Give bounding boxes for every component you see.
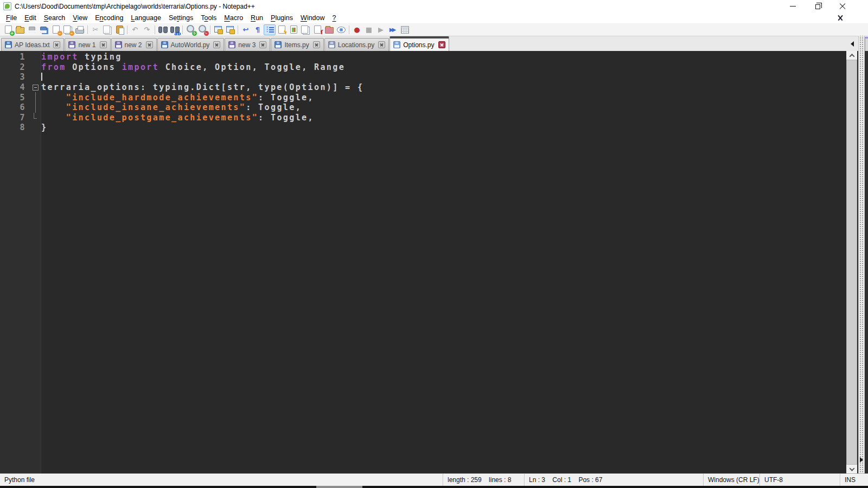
- macro-run-multiple-button[interactable]: ▶▶: [387, 24, 399, 35]
- code-text: "include_postgame_achievements": Toggle,: [41, 113, 314, 123]
- fold-collapse-button[interactable]: [33, 85, 39, 91]
- document-list-button[interactable]: ſ: [311, 24, 323, 35]
- close-all-documents-button[interactable]: –: [62, 24, 74, 35]
- show-all-characters-button[interactable]: ¶: [252, 24, 264, 35]
- menu-search[interactable]: Search: [40, 13, 69, 23]
- menu-encoding[interactable]: Encoding: [91, 13, 127, 23]
- code-line[interactable]: 1import typing: [0, 52, 868, 62]
- open-file-button[interactable]: [14, 24, 26, 35]
- new-file-button[interactable]: +: [2, 24, 14, 35]
- find-button[interactable]: [157, 24, 169, 35]
- tab-locations-py[interactable]: Locations.py: [324, 38, 389, 51]
- window-title: C:\Users\Dood\Documents\tmp\Archipelago\…: [15, 3, 255, 10]
- save-file-button[interactable]: [26, 24, 38, 35]
- toolbar-separator: [182, 25, 183, 34]
- restore-button[interactable]: [805, 0, 830, 12]
- tab-close-icon[interactable]: [53, 41, 60, 48]
- tab-ap-ideas-txt[interactable]: AP Ideas.txt: [1, 38, 64, 51]
- show-indent-guide-button[interactable]: [264, 24, 276, 35]
- redo-button[interactable]: ↷: [141, 24, 153, 35]
- menu-settings[interactable]: Settings: [165, 13, 197, 23]
- macro-stop-button[interactable]: ■: [363, 24, 375, 35]
- code-text: [41, 72, 42, 82]
- macro-record-button[interactable]: ●: [351, 24, 363, 35]
- copy-button[interactable]: [101, 24, 113, 35]
- monitoring-button[interactable]: [335, 24, 347, 35]
- saved-file-icon: [5, 41, 12, 48]
- menu-window[interactable]: Window: [297, 13, 328, 23]
- code-line[interactable]: 2from Options import Choice, Option, Tog…: [0, 62, 868, 73]
- menu-plugins[interactable]: Plugins: [267, 13, 297, 23]
- function-list-button[interactable]: ϟ: [276, 24, 288, 35]
- code-line[interactable]: 6 "include_insane_achievements": Toggle,: [0, 102, 868, 113]
- folder-as-workspace-button[interactable]: [323, 24, 335, 35]
- zoom-out-button[interactable]: –: [196, 24, 208, 35]
- partial-tab[interactable]: [865, 37, 868, 51]
- code-line[interactable]: 3: [0, 72, 868, 82]
- code-lines: 1import typing2from Options import Choic…: [0, 51, 868, 133]
- save-all-button[interactable]: [38, 24, 50, 35]
- tab-scroll-left-icon[interactable]: [851, 41, 854, 47]
- menu-language[interactable]: Language: [127, 13, 165, 23]
- minimize-button[interactable]: [780, 0, 805, 12]
- scroll-down-button[interactable]: [846, 465, 857, 473]
- tab-close-icon[interactable]: [378, 41, 385, 48]
- minimize-icon: [790, 6, 796, 7]
- tab-label: Options.py: [403, 41, 434, 49]
- code-editor[interactable]: 1import typing2from Options import Choic…: [0, 51, 868, 473]
- code-line[interactable]: 5 "include_hardmode_achievements": Toggl…: [0, 92, 868, 102]
- fold-margin: [29, 52, 41, 62]
- tab-new-1[interactable]: new 1: [65, 38, 110, 51]
- tab-label: AP Ideas.txt: [15, 41, 49, 49]
- undo-button[interactable]: ↶: [129, 24, 141, 35]
- document-map-button[interactable]: [288, 24, 299, 35]
- word-wrap-button[interactable]: ↩: [240, 24, 252, 35]
- toolbar-separator: [349, 25, 349, 34]
- cut-button[interactable]: ✂: [90, 24, 101, 35]
- close-button[interactable]: [830, 0, 855, 12]
- tab-close-icon[interactable]: [213, 41, 220, 48]
- tab-options-py[interactable]: Options.py: [390, 36, 449, 51]
- synchronize-vertical-scrolling-button[interactable]: [212, 24, 224, 35]
- vertical-scrollbar[interactable]: [846, 51, 857, 473]
- tab-new-2[interactable]: new 2: [111, 38, 157, 51]
- dock-splitter[interactable]: [858, 36, 865, 473]
- save-file-icon: [28, 25, 37, 34]
- menu-tools[interactable]: Tools: [197, 13, 220, 23]
- scrollbar-thumb[interactable]: [846, 60, 857, 465]
- code-line[interactable]: 8}: [0, 123, 868, 133]
- menu-macro[interactable]: Macro: [220, 13, 247, 23]
- menu-view[interactable]: View: [69, 13, 91, 23]
- tab-close-icon[interactable]: [313, 41, 320, 48]
- fold-margin: [29, 92, 41, 102]
- code-line[interactable]: 7 "include_postgame_achievements": Toggl…: [0, 113, 868, 123]
- document-switcher-button[interactable]: [299, 24, 311, 35]
- tab-close-icon[interactable]: [438, 41, 445, 48]
- print-button[interactable]: [74, 24, 86, 35]
- splitter-arrow-icon[interactable]: [860, 457, 863, 463]
- zoom-in-button[interactable]: +: [184, 24, 196, 35]
- close-document-x-button[interactable]: [837, 14, 844, 22]
- replace-button[interactable]: ab: [169, 24, 181, 35]
- menu-edit[interactable]: Edit: [21, 13, 40, 23]
- macro-playback-button[interactable]: ▶: [375, 24, 387, 35]
- scroll-up-button[interactable]: [846, 51, 857, 60]
- code-line[interactable]: 4terraria_options: typing.Dict[str, type…: [0, 82, 868, 93]
- fold-margin: [29, 113, 41, 123]
- synchronize-horizontal-scrolling-button[interactable]: [224, 24, 236, 35]
- close-document-button[interactable]: –: [50, 24, 62, 35]
- tab-autoworld-py[interactable]: AutoWorld.py: [157, 38, 225, 51]
- tab-new-3[interactable]: new 3: [225, 38, 270, 51]
- tab-label: AutoWorld.py: [171, 41, 210, 49]
- tab-close-icon[interactable]: [146, 41, 153, 48]
- macro-save-button[interactable]: [399, 24, 411, 35]
- menu-help[interactable]: ?: [329, 13, 340, 23]
- menu-file[interactable]: File: [2, 13, 21, 23]
- tab-close-icon[interactable]: [100, 41, 107, 48]
- menu-run[interactable]: Run: [247, 13, 267, 23]
- tab-close-icon[interactable]: [259, 41, 266, 48]
- show-all-characters-icon: ¶: [253, 25, 263, 34]
- paste-button[interactable]: [113, 24, 125, 35]
- fold-margin: [29, 123, 41, 133]
- tab-items-py[interactable]: Items.py: [271, 38, 323, 51]
